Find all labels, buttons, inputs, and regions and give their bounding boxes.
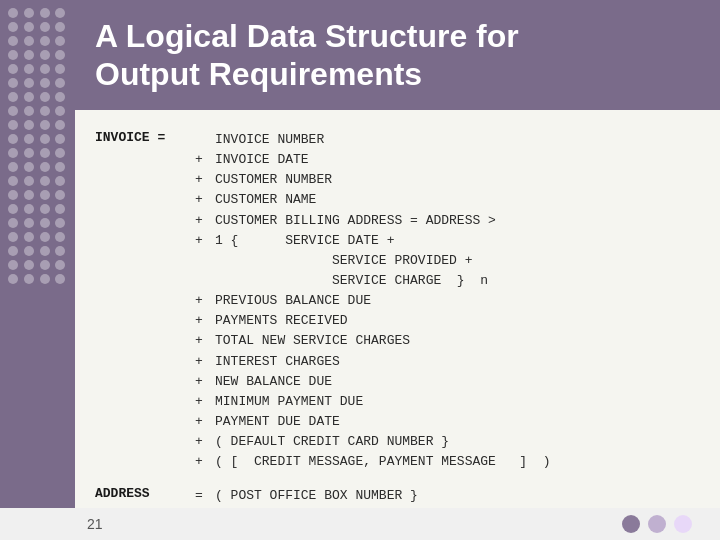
bottom-dot [674,515,692,533]
decorative-dot [40,78,50,88]
decorative-dot [8,22,18,32]
operator: + [195,372,215,392]
decorative-dot [55,120,65,130]
operator: + [195,392,215,412]
decorative-dot [24,120,34,130]
decorative-dot [8,148,18,158]
operator: + [195,150,215,170]
decorative-dot [55,148,65,158]
decorative-dot [40,246,50,256]
slide-container: A Logical Data Structure for Output Requ… [0,0,720,540]
decorative-dot [24,106,34,116]
decorative-dot [8,36,18,46]
line-text: PAYMENT DUE DATE [215,414,340,429]
invoice-line: +CUSTOMER BILLING ADDRESS = ADDRESS > [195,211,696,231]
decorative-dot [55,204,65,214]
decorative-dot [24,36,34,46]
decorative-dot [8,50,18,60]
decorative-dot [55,176,65,186]
decorative-dot [40,232,50,242]
decorative-dot [40,8,50,18]
bottom-dot [622,515,640,533]
decorative-dot [55,190,65,200]
content-area: INVOICE = INVOICE NUMBER+INVOICE DATE+CU… [75,110,720,540]
decorative-dot [55,36,65,46]
decorative-dot [24,92,34,102]
decorative-dot [24,22,34,32]
decorative-dot [55,78,65,88]
invoice-line: INVOICE NUMBER [195,130,696,150]
decorative-dot [55,274,65,284]
operator: + [195,170,215,190]
decorative-dot [24,64,34,74]
bottom-dots [622,515,692,533]
operator: + [195,231,215,251]
decorative-dot [8,92,18,102]
decorative-dot [55,64,65,74]
address-line: =( POST OFFICE BOX NUMBER } [195,486,696,506]
line-text: CUSTOMER NUMBER [215,172,332,187]
operator: + [195,331,215,351]
line-text: INVOICE DATE [215,152,309,167]
decorative-dot [40,148,50,158]
invoice-line: SERVICE CHARGE } n [195,271,696,291]
decorative-dot [55,50,65,60]
decorative-dot [55,106,65,116]
line-text: ( DEFAULT CREDIT CARD NUMBER } [215,434,449,449]
operator: + [195,412,215,432]
line-text: ( [ CREDIT MESSAGE, PAYMENT MESSAGE ] ) [215,454,550,469]
decorative-dot [8,190,18,200]
invoice-content: INVOICE NUMBER+INVOICE DATE+CUSTOMER NUM… [195,130,696,472]
invoice-line: +( DEFAULT CREDIT CARD NUMBER } [195,432,696,452]
title-bar: A Logical Data Structure for Output Requ… [75,0,720,110]
decorative-dot [8,162,18,172]
page-number: 21 [87,516,103,532]
decorative-dot [55,162,65,172]
decorative-dot [40,260,50,270]
decorative-dot [8,134,18,144]
decorative-dot [8,204,18,214]
decorative-dot [40,176,50,186]
decorative-dot [24,78,34,88]
operator: = [195,486,215,506]
invoice-line: +( [ CREDIT MESSAGE, PAYMENT MESSAGE ] ) [195,452,696,472]
invoice-line: +PREVIOUS BALANCE DUE [195,291,696,311]
operator: + [195,211,215,231]
decorative-dot [55,134,65,144]
invoice-line: +CUSTOMER NUMBER [195,170,696,190]
decorative-dot [40,204,50,214]
decorative-dot [8,64,18,74]
decorative-dot [40,22,50,32]
decorative-dot [40,92,50,102]
operator: + [195,190,215,210]
decorative-dot [24,204,34,214]
decorative-dot [40,190,50,200]
decorative-dot [40,50,50,60]
bottom-dot [648,515,666,533]
decorative-dot [55,92,65,102]
decorative-dot [40,274,50,284]
operator: + [195,291,215,311]
invoice-line: +NEW BALANCE DUE [195,372,696,392]
line-text: INTEREST CHARGES [215,354,340,369]
decorative-dot [8,106,18,116]
decorative-dot [24,50,34,60]
decorative-dot [40,120,50,130]
decorative-dot [55,22,65,32]
decorative-dot [8,218,18,228]
invoice-line: +PAYMENTS RECEIVED [195,311,696,331]
decorative-dot [24,246,34,256]
decorative-dot [40,162,50,172]
decorative-dot [8,78,18,88]
line-text: CUSTOMER BILLING ADDRESS = ADDRESS > [215,213,496,228]
line-text: TOTAL NEW SERVICE CHARGES [215,333,410,348]
line-text: PREVIOUS BALANCE DUE [215,293,371,308]
decorative-dot [8,232,18,242]
decorative-dot [8,260,18,270]
decorative-dot [24,190,34,200]
operator: + [195,432,215,452]
line-text: PAYMENTS RECEIVED [215,313,348,328]
decorative-dot [40,106,50,116]
decorative-dot [24,162,34,172]
decorative-dot [40,64,50,74]
